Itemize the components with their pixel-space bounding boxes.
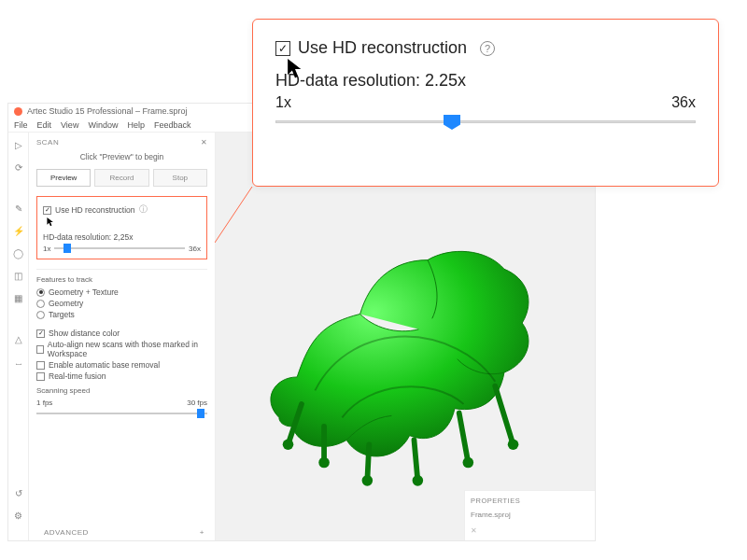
callout-slider-thumb[interactable] xyxy=(444,115,460,130)
play-icon[interactable]: ▷ xyxy=(12,138,25,151)
record-button[interactable]: Record xyxy=(94,169,148,187)
menu-view[interactable]: View xyxy=(61,120,78,130)
bracket-icon[interactable]: ⎵ xyxy=(12,355,25,368)
radio-geo-tex-label: Geometry + Texture xyxy=(49,287,119,297)
svg-point-2 xyxy=(362,475,374,486)
menu-help[interactable]: Help xyxy=(127,120,145,130)
speed-max: 30 fps xyxy=(187,399,207,407)
svg-point-3 xyxy=(413,475,424,486)
speed-slider[interactable] xyxy=(36,409,207,418)
hd-slider-min: 1x xyxy=(43,245,50,253)
left-toolbar: ▷ ⟳ ✎ ⚡ ◯ ◫ ▦ △ ⎵ ↺ ⚙ xyxy=(8,133,29,540)
hd-resolution-label: HD-data resolution: 2,25x xyxy=(43,232,201,242)
speed-title: Scanning speed xyxy=(36,386,207,395)
triangle-icon[interactable]: △ xyxy=(12,332,25,345)
advanced-plus-icon[interactable]: + xyxy=(200,528,204,537)
svg-point-4 xyxy=(463,457,474,469)
panel-close-icon[interactable]: ✕ xyxy=(201,138,208,147)
svg-point-5 xyxy=(508,439,519,450)
features-title: Features to track xyxy=(36,275,207,284)
menu-feedback[interactable]: Feedback xyxy=(154,120,191,130)
advanced-toggle[interactable]: ADVANCED xyxy=(44,528,89,537)
speed-min: 1 fps xyxy=(36,399,52,407)
hd-slider-max: 36x xyxy=(189,245,201,253)
circle-icon[interactable]: ◯ xyxy=(12,246,25,259)
properties-close-icon[interactable]: ✕ xyxy=(471,526,589,535)
panel-title: SCAN xyxy=(36,138,59,147)
properties-file: Frame.sproj xyxy=(471,511,589,519)
properties-panel: PROPERTIES Frame.sproj ✕ xyxy=(464,490,595,540)
chk-auto-base[interactable] xyxy=(36,361,45,370)
hd-checkbox[interactable]: ✓ xyxy=(43,206,51,215)
cursor-icon xyxy=(287,59,302,74)
radio-targets[interactable] xyxy=(36,311,45,319)
chk-rt-fusion[interactable] xyxy=(36,372,45,381)
speed-slider-thumb[interactable] xyxy=(197,409,204,418)
hd-slider-thumb[interactable] xyxy=(63,244,71,253)
preview-hint: Click "Preview" to begin xyxy=(36,152,207,161)
history-icon[interactable]: ↺ xyxy=(12,486,25,499)
properties-title: PROPERTIES xyxy=(471,497,589,505)
radio-geo-tex[interactable] xyxy=(36,288,45,297)
grid-icon[interactable]: ▦ xyxy=(12,291,25,304)
chk-rt-fusion-label: Real-time fusion xyxy=(49,371,106,381)
app-logo-icon xyxy=(14,107,22,116)
chk-show-distance-label: Show distance color xyxy=(49,329,120,338)
callout-slider-min: 1x xyxy=(275,94,291,111)
pencil-icon[interactable]: ✎ xyxy=(12,202,25,215)
stop-button[interactable]: Stop xyxy=(153,169,207,187)
svg-point-0 xyxy=(283,439,294,450)
cursor-icon-small xyxy=(47,217,201,229)
chk-auto-base-label: Enable automatic base removal xyxy=(49,360,160,370)
cube-icon[interactable]: ◫ xyxy=(12,269,25,282)
callout-help-icon[interactable]: ? xyxy=(480,41,495,56)
svg-point-1 xyxy=(318,457,330,469)
callout-popup: ✓ Use HD reconstruction ? HD-data resolu… xyxy=(252,19,719,187)
radio-targets-label: Targets xyxy=(49,310,75,319)
refresh-icon[interactable]: ⟳ xyxy=(12,161,25,174)
menu-file[interactable]: File xyxy=(14,120,28,130)
callout-resolution-label: HD-data resolution: 2.25x xyxy=(275,71,696,91)
preview-button[interactable]: Preview xyxy=(36,169,91,187)
chk-auto-align-label: Auto-align new scans with those marked i… xyxy=(48,340,207,358)
window-title: Artec Studio 15 Professional – Frame.spr… xyxy=(27,106,188,116)
chk-auto-align[interactable] xyxy=(36,345,44,354)
menu-window[interactable]: Window xyxy=(88,120,118,130)
radio-geo[interactable] xyxy=(36,300,45,308)
menu-edit[interactable]: Edit xyxy=(37,120,52,130)
callout-slider-max: 36x xyxy=(671,94,696,111)
hd-settings-box: ✓ Use HD reconstruction ⓘ HD-data resolu… xyxy=(36,196,207,259)
bolt-icon[interactable]: ⚡ xyxy=(12,224,25,237)
hd-checkbox-label: Use HD reconstruction xyxy=(55,205,135,215)
callout-hd-label: Use HD reconstruction xyxy=(298,38,467,58)
scan-panel: SCAN ✕ Click "Preview" to begin Preview … xyxy=(29,133,216,540)
scan-mesh xyxy=(216,133,595,540)
callout-slider[interactable] xyxy=(275,113,696,132)
hd-slider[interactable] xyxy=(54,244,185,253)
help-icon[interactable]: ⓘ xyxy=(139,204,148,216)
chk-show-distance[interactable]: ✓ xyxy=(36,329,45,338)
callout-hd-checkbox[interactable]: ✓ xyxy=(275,41,290,56)
radio-geo-label: Geometry xyxy=(49,299,83,308)
gear-icon[interactable]: ⚙ xyxy=(12,509,25,522)
viewport-3d[interactable]: PROPERTIES Frame.sproj ✕ xyxy=(216,133,595,540)
